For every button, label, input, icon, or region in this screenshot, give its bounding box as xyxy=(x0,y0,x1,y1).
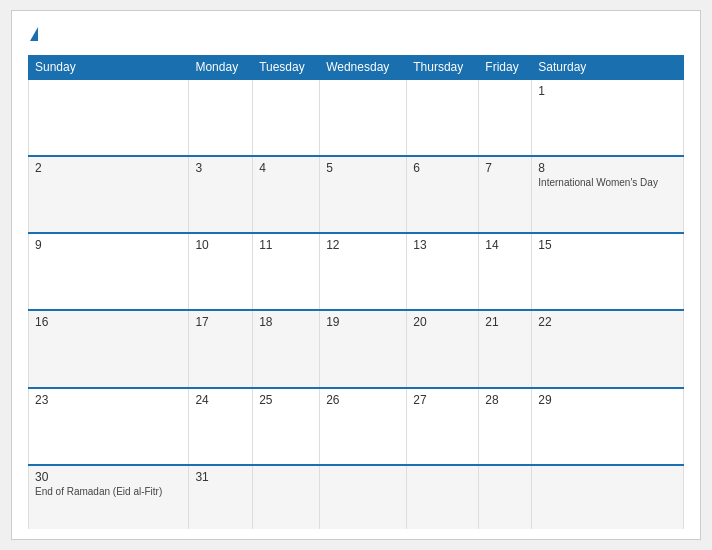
day-number: 4 xyxy=(259,161,313,175)
weekday-header-row: SundayMondayTuesdayWednesdayThursdayFrid… xyxy=(29,56,684,80)
day-number: 3 xyxy=(195,161,246,175)
day-number: 25 xyxy=(259,393,313,407)
calendar-day-cell xyxy=(189,79,253,156)
day-number: 7 xyxy=(485,161,525,175)
calendar-day-cell xyxy=(320,465,407,529)
day-number: 31 xyxy=(195,470,246,484)
day-number: 21 xyxy=(485,315,525,329)
calendar-day-cell: 26 xyxy=(320,388,407,465)
day-number: 28 xyxy=(485,393,525,407)
calendar-day-cell: 18 xyxy=(253,310,320,387)
calendar-day-cell: 4 xyxy=(253,156,320,233)
calendar-day-cell xyxy=(320,79,407,156)
weekday-header-thursday: Thursday xyxy=(407,56,479,80)
calendar-week-row: 16171819202122 xyxy=(29,310,684,387)
calendar-day-cell xyxy=(253,79,320,156)
calendar-day-cell xyxy=(479,79,532,156)
calendar-day-cell: 15 xyxy=(532,233,684,310)
calendar-day-cell: 11 xyxy=(253,233,320,310)
calendar-day-cell: 10 xyxy=(189,233,253,310)
calendar-day-cell: 22 xyxy=(532,310,684,387)
calendar-day-cell xyxy=(253,465,320,529)
day-number: 17 xyxy=(195,315,246,329)
calendar-day-cell: 31 xyxy=(189,465,253,529)
calendar-day-cell: 16 xyxy=(29,310,189,387)
weekday-header-saturday: Saturday xyxy=(532,56,684,80)
calendar-day-cell: 19 xyxy=(320,310,407,387)
day-number: 2 xyxy=(35,161,182,175)
calendar-day-cell: 2 xyxy=(29,156,189,233)
day-number: 20 xyxy=(413,315,472,329)
day-number: 16 xyxy=(35,315,182,329)
calendar-day-cell: 23 xyxy=(29,388,189,465)
calendar-day-cell xyxy=(532,465,684,529)
day-number: 14 xyxy=(485,238,525,252)
day-number: 29 xyxy=(538,393,677,407)
calendar-day-cell: 20 xyxy=(407,310,479,387)
calendar-container: SundayMondayTuesdayWednesdayThursdayFrid… xyxy=(11,10,701,540)
calendar-day-cell: 12 xyxy=(320,233,407,310)
day-number: 1 xyxy=(538,84,677,98)
calendar-day-cell xyxy=(479,465,532,529)
calendar-day-cell: 29 xyxy=(532,388,684,465)
event-label: End of Ramadan (Eid al-Fitr) xyxy=(35,486,162,497)
calendar-week-row: 2345678International Women's Day xyxy=(29,156,684,233)
weekday-header-monday: Monday xyxy=(189,56,253,80)
calendar-day-cell xyxy=(29,79,189,156)
calendar-day-cell: 30End of Ramadan (Eid al-Fitr) xyxy=(29,465,189,529)
calendar-day-cell: 7 xyxy=(479,156,532,233)
calendar-day-cell: 24 xyxy=(189,388,253,465)
day-number: 22 xyxy=(538,315,677,329)
calendar-day-cell: 1 xyxy=(532,79,684,156)
calendar-week-row: 1 xyxy=(29,79,684,156)
calendar-day-cell: 25 xyxy=(253,388,320,465)
calendar-day-cell: 6 xyxy=(407,156,479,233)
weekday-header-friday: Friday xyxy=(479,56,532,80)
weekday-header-sunday: Sunday xyxy=(29,56,189,80)
day-number: 27 xyxy=(413,393,472,407)
weekday-header-tuesday: Tuesday xyxy=(253,56,320,80)
day-number: 23 xyxy=(35,393,182,407)
calendar-day-cell xyxy=(407,79,479,156)
day-number: 5 xyxy=(326,161,400,175)
calendar-week-row: 23242526272829 xyxy=(29,388,684,465)
day-number: 13 xyxy=(413,238,472,252)
calendar-day-cell: 28 xyxy=(479,388,532,465)
logo xyxy=(28,27,38,43)
day-number: 10 xyxy=(195,238,246,252)
calendar-day-cell: 5 xyxy=(320,156,407,233)
day-number: 18 xyxy=(259,315,313,329)
calendar-week-row: 30End of Ramadan (Eid al-Fitr)31 xyxy=(29,465,684,529)
calendar-day-cell: 8International Women's Day xyxy=(532,156,684,233)
day-number: 24 xyxy=(195,393,246,407)
calendar-day-cell: 14 xyxy=(479,233,532,310)
day-number: 6 xyxy=(413,161,472,175)
calendar-day-cell xyxy=(407,465,479,529)
day-number: 8 xyxy=(538,161,677,175)
weekday-header-wednesday: Wednesday xyxy=(320,56,407,80)
calendar-day-cell: 27 xyxy=(407,388,479,465)
calendar-day-cell: 9 xyxy=(29,233,189,310)
day-number: 11 xyxy=(259,238,313,252)
calendar-day-cell: 3 xyxy=(189,156,253,233)
day-number: 30 xyxy=(35,470,182,484)
calendar-header xyxy=(28,27,684,43)
day-number: 15 xyxy=(538,238,677,252)
calendar-day-cell: 21 xyxy=(479,310,532,387)
logo-triangle-icon xyxy=(30,27,38,41)
day-number: 19 xyxy=(326,315,400,329)
event-label: International Women's Day xyxy=(538,177,658,188)
day-number: 12 xyxy=(326,238,400,252)
day-number: 9 xyxy=(35,238,182,252)
day-number: 26 xyxy=(326,393,400,407)
calendar-day-cell: 17 xyxy=(189,310,253,387)
calendar-table: SundayMondayTuesdayWednesdayThursdayFrid… xyxy=(28,55,684,529)
calendar-day-cell: 13 xyxy=(407,233,479,310)
calendar-week-row: 9101112131415 xyxy=(29,233,684,310)
